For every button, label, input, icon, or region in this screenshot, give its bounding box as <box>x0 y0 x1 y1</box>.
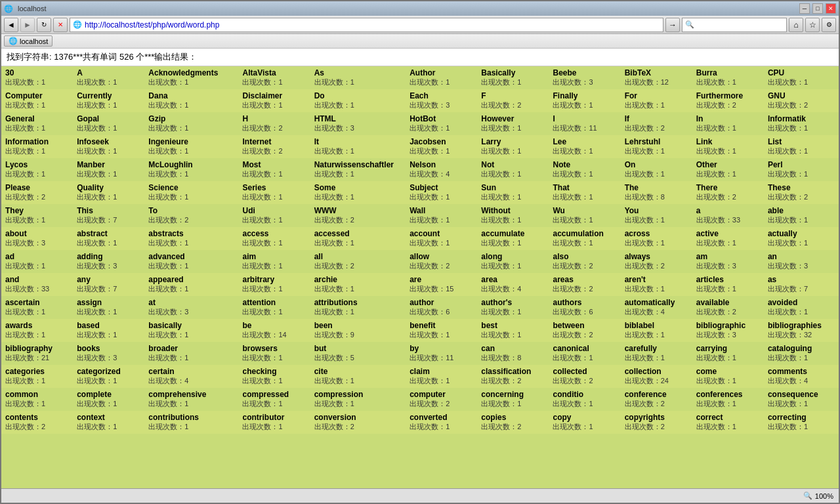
word-name: Burra <box>696 68 760 77</box>
address-bar[interactable]: 🌐 http://localhost/test/php/word/word.ph… <box>70 18 663 32</box>
table-row: common出现次数：1complete出现次数：1comprehensive出… <box>1 388 839 411</box>
word-count: 出现次数：1 <box>148 192 234 202</box>
word-count: 出现次数：1 <box>625 215 688 225</box>
list-item: concerning出现次数：1 <box>477 388 549 411</box>
list-item: Lycos出现次数：1 <box>1 158 73 181</box>
list-item: carefully出现次数：1 <box>621 342 692 365</box>
word-count: 出现次数：11 <box>410 353 473 363</box>
back-button[interactable]: ◄ <box>4 18 18 32</box>
maximize-button[interactable]: □ <box>812 3 823 14</box>
forward-button[interactable]: ► <box>20 18 35 32</box>
word-name: books <box>77 344 140 353</box>
settings-button[interactable]: ⚙ <box>822 18 836 32</box>
list-item: broader出现次数：1 <box>144 342 238 365</box>
word-count: 出现次数：2 <box>5 192 69 202</box>
list-item: Internet出现次数：2 <box>238 135 310 158</box>
list-item: That出现次数：1 <box>549 181 620 204</box>
word-name: but <box>314 344 402 353</box>
word-name: It <box>314 137 402 146</box>
list-item: also出现次数：2 <box>549 250 620 273</box>
word-name: account <box>410 229 473 238</box>
list-item: access出现次数：1 <box>238 227 310 250</box>
word-name: McLoughlin <box>148 160 234 169</box>
close-button[interactable]: ✕ <box>826 3 836 14</box>
home-button[interactable]: ⌂ <box>789 18 803 32</box>
word-name: This <box>77 206 140 215</box>
list-item: The出现次数：8 <box>621 181 692 204</box>
word-count: 出现次数：1 <box>242 215 306 225</box>
word-count: 出现次数：1 <box>481 123 545 133</box>
word-name: canonical <box>553 344 616 353</box>
list-item: copyrights出现次数：2 <box>621 411 692 434</box>
list-item: copies出现次数：2 <box>477 411 549 434</box>
word-name: A <box>77 68 140 77</box>
list-item: based出现次数：1 <box>73 319 144 342</box>
list-item: arbitrary出现次数：1 <box>238 273 310 296</box>
word-name: Other <box>696 160 760 169</box>
list-item: attributions出现次数：1 <box>310 296 406 319</box>
word-count: 出现次数：6 <box>410 307 473 317</box>
list-item: Currently出现次数：1 <box>73 89 144 112</box>
word-name: Information <box>5 137 69 146</box>
word-count: 出现次数：2 <box>242 146 306 156</box>
table-row: about出现次数：3abstract出现次数：1abstracts出现次数：1… <box>1 227 839 250</box>
word-count: 出现次数：1 <box>314 100 402 110</box>
list-item: adding出现次数：3 <box>73 250 144 273</box>
word-name: categories <box>5 367 69 376</box>
list-item: as出现次数：7 <box>764 273 839 296</box>
word-name: Wall <box>410 206 473 215</box>
word-name: checking <box>242 367 306 376</box>
word-name: access <box>242 229 306 238</box>
word-count: 出现次数：1 <box>5 169 69 179</box>
list-item: carrying出现次数：1 <box>692 342 764 365</box>
list-item: Nelson出现次数：4 <box>406 158 477 181</box>
list-item: conversion出现次数：2 <box>310 411 406 434</box>
word-count: 出现次数：2 <box>481 376 545 386</box>
list-item: best出现次数：1 <box>477 319 549 342</box>
list-item: conferences出现次数：1 <box>692 388 764 411</box>
word-count: 出现次数：1 <box>768 422 835 432</box>
list-item: Jacobsen出现次数：1 <box>406 135 477 158</box>
word-name: attention <box>242 298 306 307</box>
list-item: Manber出现次数：1 <box>73 158 144 181</box>
go-button[interactable]: → <box>665 18 680 32</box>
word-name: Gzip <box>148 114 234 123</box>
stop-button[interactable]: ✕ <box>53 18 68 32</box>
list-item: avoided出现次数：1 <box>764 296 839 319</box>
star-button[interactable]: ☆ <box>805 18 820 32</box>
list-item: accumulate出现次数：1 <box>477 227 549 250</box>
word-count: 出现次数：2 <box>696 192 760 202</box>
list-item: ad出现次数：1 <box>1 250 73 273</box>
word-name: For <box>625 91 688 100</box>
list-item: Naturwissenschaftler出现次数：1 <box>310 158 406 181</box>
content-area: 找到字符串: 1376***共有单词 526 个***输出结果： 30出现次数：… <box>1 49 839 490</box>
word-name: active <box>696 229 760 238</box>
list-item: awards出现次数：1 <box>1 319 73 342</box>
word-count: 出现次数：2 <box>696 100 760 110</box>
word-count: 出现次数：1 <box>481 399 545 409</box>
list-item: across出现次数：1 <box>621 227 692 250</box>
list-item: BibTeX出现次数：12 <box>621 66 692 89</box>
list-item: and出现次数：33 <box>1 273 73 296</box>
word-name: Some <box>314 183 402 192</box>
word-name: List <box>768 137 835 146</box>
localhost-bookmark[interactable]: 🌐 localhost <box>4 35 52 47</box>
word-name: Larry <box>481 137 545 146</box>
list-item: Gopal出现次数：1 <box>73 112 144 135</box>
word-name: Manber <box>77 160 140 169</box>
word-name: been <box>314 321 402 330</box>
word-count: 出现次数：1 <box>410 192 473 202</box>
minimize-button[interactable]: ─ <box>799 3 810 14</box>
list-item: classification出现次数：2 <box>477 365 549 388</box>
table-row: and出现次数：33any出现次数：7appeared出现次数：1arbitra… <box>1 273 839 296</box>
list-item: HTML出现次数：3 <box>310 112 406 135</box>
word-name: across <box>625 229 688 238</box>
word-count: 出现次数：1 <box>410 238 473 248</box>
word-count: 出现次数：9 <box>314 330 402 340</box>
word-count: 出现次数：1 <box>77 77 140 87</box>
list-item: Lee出现次数：1 <box>549 135 620 158</box>
word-name: abstracts <box>148 229 234 238</box>
word-count: 出现次数：1 <box>481 77 545 87</box>
refresh-button[interactable]: ↻ <box>37 18 51 32</box>
word-name: compression <box>314 390 402 399</box>
